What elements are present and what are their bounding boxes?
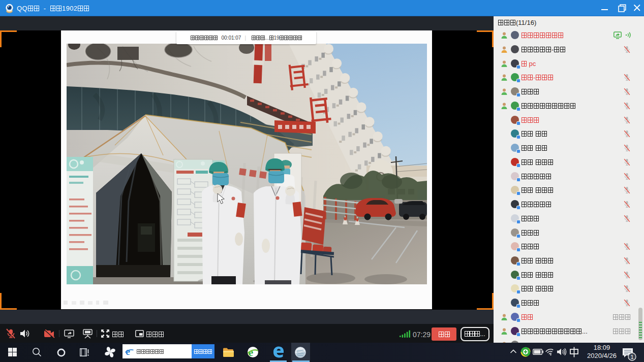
svg-text:1: 1 [630, 354, 633, 360]
